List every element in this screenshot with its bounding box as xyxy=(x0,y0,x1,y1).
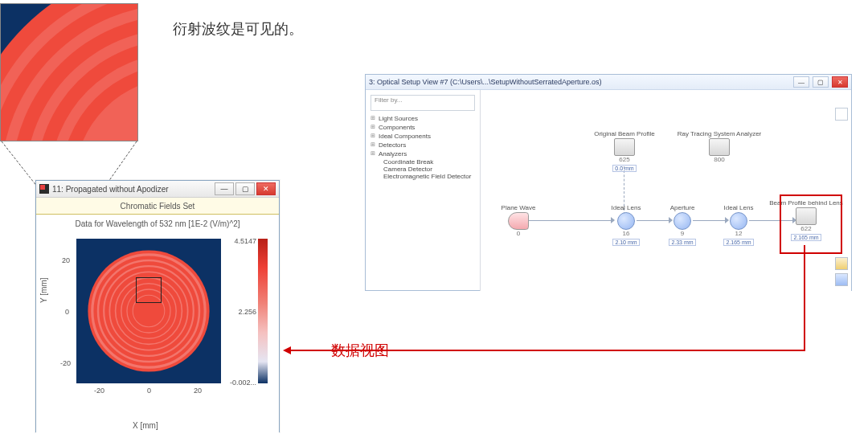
fields-chart-body: Data for Wavelength of 532 nm [1E-2 (V/m… xyxy=(36,215,279,433)
close-button[interactable]: ✕ xyxy=(832,76,848,88)
fields-window-titlebar[interactable]: 11: Propagated without Apodizer — ▢ ✕ xyxy=(36,181,279,198)
toolbar-home-button[interactable] xyxy=(835,108,848,121)
node-ray-tracing-analyzer[interactable]: Ray Tracing System Analyzer 800 xyxy=(698,130,741,163)
wave-source-icon xyxy=(508,212,529,230)
zoom-rectangle xyxy=(136,277,162,303)
colorbar-max-label: 4.5147 xyxy=(234,237,256,245)
colorbar xyxy=(258,239,268,383)
y-tick: -20 xyxy=(60,359,71,367)
highlight-selection-box xyxy=(780,194,842,254)
node-aperture[interactable]: Aperture 9 2.33 mm xyxy=(661,204,704,246)
optical-setup-window: 3: Optical Setup View #7 (C:\Users\...\S… xyxy=(365,74,852,291)
x-tick: -20 xyxy=(94,387,104,395)
tree-item[interactable]: Light Sources xyxy=(371,114,475,123)
ripple-svg xyxy=(1,4,137,141)
y-axis-title: Y [mm] xyxy=(39,278,48,303)
setup-window-title: 3: Optical Setup View #7 (C:\Users\...\S… xyxy=(369,78,790,86)
chart-subtitle: Data for Wavelength of 532 nm [1E-2 (V/m… xyxy=(36,219,279,228)
node-ideal-lens-1[interactable]: Ideal Lens 16 2.10 mm xyxy=(604,204,648,246)
tree-item[interactable]: Components xyxy=(371,123,475,132)
colorbar-mid-label: 2.256 xyxy=(238,308,256,316)
node-plane-wave[interactable]: Plane Wave 0 xyxy=(497,204,540,237)
x-tick: 20 xyxy=(194,387,202,395)
svg-point-14 xyxy=(88,250,209,371)
lens-icon xyxy=(730,212,747,230)
aperture-icon xyxy=(674,212,691,230)
red-arrowhead-icon xyxy=(283,346,291,354)
tree-item[interactable]: Ideal Components xyxy=(371,132,475,141)
optical-graph-canvas[interactable]: Plane Wave 0 Original Beam Profile 625 0… xyxy=(481,90,851,291)
y-tick: 20 xyxy=(62,256,70,264)
node-ideal-lens-2[interactable]: Ideal Lens 12 2.165 mm xyxy=(717,204,760,246)
detector-icon xyxy=(614,138,635,156)
analyzer-icon xyxy=(709,138,730,156)
heatmap-plot[interactable] xyxy=(76,239,221,383)
lens-icon xyxy=(617,212,635,230)
tree-subitem[interactable]: Camera Detector xyxy=(371,166,475,173)
red-arrow-segment xyxy=(291,350,805,351)
node-original-beam-profile[interactable]: Original Beam Profile 625 0.0 mm xyxy=(603,130,646,172)
fields-viewer-window: 11: Propagated without Apodizer — ▢ ✕ Ch… xyxy=(35,180,280,432)
y-tick: 0 xyxy=(65,308,69,316)
fields-window-title: 11: Propagated without Apodizer xyxy=(52,185,211,194)
red-arrow-segment xyxy=(804,245,805,350)
minimize-button[interactable]: — xyxy=(793,76,809,88)
tree-item[interactable]: Analyzers xyxy=(371,149,475,158)
diffraction-ripple-zoom xyxy=(0,3,138,141)
ripple-annotation: 衍射波纹是可见的。 xyxy=(173,19,303,39)
x-axis-title: X [mm] xyxy=(133,421,158,430)
app-icon xyxy=(39,184,49,194)
tree-item[interactable]: Detectors xyxy=(371,141,475,149)
tree-subitem[interactable]: Electromagnetic Field Detector xyxy=(371,173,475,180)
filter-input[interactable]: Filter by... xyxy=(371,95,475,111)
x-tick: 0 xyxy=(147,387,151,395)
setup-window-titlebar[interactable]: 3: Optical Setup View #7 (C:\Users\...\S… xyxy=(366,75,851,90)
colorbar-min-label: -0.002... xyxy=(230,379,256,387)
maximize-button[interactable]: ▢ xyxy=(813,76,829,88)
tree-subitem[interactable]: Coordinate Break xyxy=(371,158,475,166)
maximize-button[interactable]: ▢ xyxy=(235,182,255,195)
component-tree-panel: Filter by... Light Sources Components Id… xyxy=(366,90,481,291)
zoom-fit-button[interactable] xyxy=(835,257,848,270)
minimize-button[interactable]: — xyxy=(215,182,234,195)
chromatic-fields-tab[interactable]: Chromatic Fields Set xyxy=(36,198,279,215)
layout-button[interactable] xyxy=(835,273,848,286)
close-button[interactable]: ✕ xyxy=(256,182,276,195)
